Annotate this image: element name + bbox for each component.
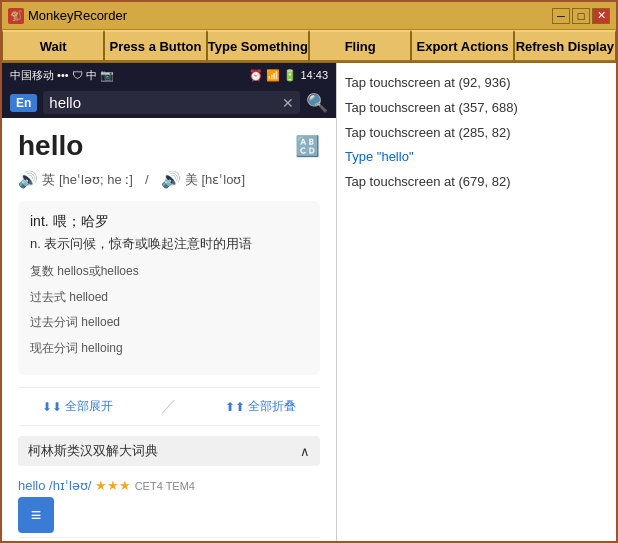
entry-icon: ≡: [18, 497, 54, 533]
carrier-text: 中国移动 •••: [10, 68, 69, 83]
phonetic-american-ipa: [hɛˈloʊ]: [202, 172, 246, 187]
wifi-icon: 🛡 中: [72, 68, 97, 83]
lang-toggle-button[interactable]: En: [10, 94, 37, 112]
fling-button[interactable]: Fling: [309, 30, 411, 62]
wait-button[interactable]: Wait: [2, 30, 104, 62]
dict-word: hello 🔠: [18, 130, 320, 162]
expand-divider: ／: [161, 396, 177, 417]
dict-section-header: 柯林斯类汉双解大词典 ∧: [18, 436, 320, 466]
dict-content[interactable]: hello 🔠 🔊 英 [heˈləʊ; he ː] / 🔊 美 [hɛˈloʊ…: [2, 118, 336, 543]
present-part-form: 现在分词 helloing: [30, 338, 308, 360]
phonetic-british-ipa: [heˈləʊ; he ː]: [59, 172, 133, 187]
entry-word-text: hello /hɪˈləʊ/: [18, 478, 91, 493]
refresh-display-button[interactable]: Refresh Display: [514, 30, 616, 62]
def-n: n. 表示问候，惊奇或唤起注意时的用语: [30, 235, 308, 253]
search-query-text: hello: [49, 94, 278, 111]
maximize-button[interactable]: □: [572, 8, 590, 24]
log-text-3: Tap touchscreen at (285, 82): [345, 125, 511, 140]
definitions-box: int. 喂；哈罗 n. 表示问候，惊奇或唤起注意时的用语 复数 hellos或…: [18, 201, 320, 375]
main-content: 中国移动 ••• 🛡 中 📷 ⏰ 📶 🔋 14:43 En hello ✕ 🔍: [2, 63, 616, 543]
phonetic-british-label: 英: [42, 171, 55, 189]
phonetic-divider: /: [145, 172, 149, 187]
search-icon-button[interactable]: 🔍: [306, 92, 328, 114]
battery-icon: 🔋: [283, 69, 297, 82]
collapse-chevrons-icon: ⬆⬆: [225, 400, 245, 414]
entry-example-text: 1. CONVENTION You say "Hello" to someone: [18, 538, 320, 543]
expand-all-button[interactable]: ⬇⬇ 全部展开: [42, 396, 113, 417]
dict-entry-row: hello /hɪˈləʊ/ ★★★ CET4 TEM4 ≡: [18, 474, 320, 538]
entry-cert: CET4 TEM4: [135, 480, 195, 492]
def-int: int. 喂；哈罗: [30, 213, 308, 231]
log-entry-1: Tap touchscreen at (92, 936): [345, 71, 608, 96]
collapse-section-icon[interactable]: ∧: [300, 444, 310, 459]
log-text-1: Tap touchscreen at (92, 936): [345, 75, 511, 90]
translate-icon[interactable]: 🔠: [295, 134, 320, 158]
type-something-button[interactable]: Type Something: [207, 30, 309, 62]
speaker-american-icon[interactable]: 🔊: [161, 170, 181, 189]
press-button-button[interactable]: Press a Button: [104, 30, 206, 62]
action-log-panel: Tap touchscreen at (92, 936) Tap touchsc…: [337, 63, 616, 543]
dict-name-text: 柯林斯类汉双解大词典: [28, 442, 158, 460]
forms-section: 复数 hellos或helloes 过去式 helloed 过去分词 hello…: [30, 261, 308, 359]
entry-stars: ★★★: [95, 478, 135, 493]
phone-panel: 中国移动 ••• 🛡 中 📷 ⏰ 📶 🔋 14:43 En hello ✕ 🔍: [2, 63, 337, 543]
export-actions-button[interactable]: Export Actions: [411, 30, 513, 62]
app-icon: 🐒: [8, 8, 24, 24]
past-form: 过去式 helloed: [30, 287, 308, 309]
minimize-button[interactable]: ─: [552, 8, 570, 24]
search-bar: En hello ✕ 🔍: [2, 87, 336, 118]
speaker-british-icon[interactable]: 🔊: [18, 170, 38, 189]
clear-search-button[interactable]: ✕: [282, 95, 294, 111]
status-left: 中国移动 ••• 🛡 中 📷: [10, 68, 114, 83]
wifi-signal-icon: 📶: [266, 69, 280, 82]
phone-status-bar: 中国移动 ••• 🛡 中 📷 ⏰ 📶 🔋 14:43: [2, 63, 336, 87]
past-part-form: 过去分词 helloed: [30, 312, 308, 334]
log-text-5: Tap touchscreen at (679, 82): [345, 174, 511, 189]
log-text-4: Type "hello": [345, 149, 414, 164]
alarm-icon: ⏰: [249, 69, 263, 82]
title-text: MonkeyRecorder: [28, 8, 127, 23]
status-right: ⏰ 📶 🔋 14:43: [249, 69, 328, 82]
search-input-wrap: hello ✕: [43, 91, 300, 114]
log-entry-5: Tap touchscreen at (679, 82): [345, 170, 608, 195]
log-entry-4: Type "hello": [345, 145, 608, 170]
phonetic-british: 🔊 英 [heˈləʊ; he ː]: [18, 170, 133, 189]
title-bar: 🐒 MonkeyRecorder ─ □ ✕: [2, 2, 616, 30]
phonetics-row: 🔊 英 [heˈləʊ; he ː] / 🔊 美 [hɛˈloʊ]: [18, 170, 320, 189]
word-text: hello: [18, 130, 83, 162]
phonetic-american-label: 美: [185, 171, 198, 189]
title-bar-left: 🐒 MonkeyRecorder: [8, 8, 127, 24]
plural-form: 复数 hellos或helloes: [30, 261, 308, 283]
expand-chevrons-icon: ⬇⬇: [42, 400, 62, 414]
log-entry-3: Tap touchscreen at (285, 82): [345, 121, 608, 146]
toolbar: Wait Press a Button Type Something Fling…: [2, 30, 616, 63]
signal-icons: 📷: [100, 69, 114, 82]
log-text-2: Tap touchscreen at (357, 688): [345, 100, 518, 115]
expand-controls: ⬇⬇ 全部展开 ／ ⬆⬆ 全部折叠: [18, 387, 320, 426]
close-button[interactable]: ✕: [592, 8, 610, 24]
collapse-all-button[interactable]: ⬆⬆ 全部折叠: [225, 396, 296, 417]
title-controls: ─ □ ✕: [552, 8, 610, 24]
time-text: 14:43: [300, 69, 328, 81]
phonetic-american: 🔊 美 [hɛˈloʊ]: [161, 170, 246, 189]
log-entry-2: Tap touchscreen at (357, 688): [345, 96, 608, 121]
